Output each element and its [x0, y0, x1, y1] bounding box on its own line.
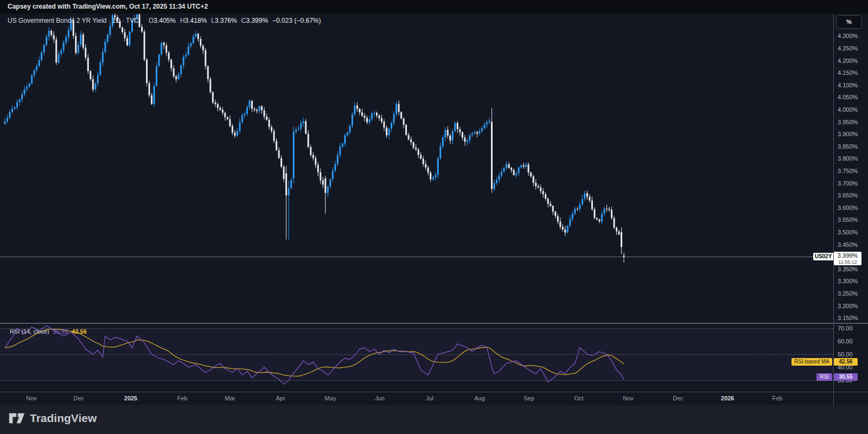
candle-body	[317, 165, 319, 173]
candle-body	[190, 43, 192, 46]
rsi-ma-pill: RSI-based MA	[792, 358, 832, 366]
candle-body	[478, 131, 480, 134]
time-tick-label: Feb	[773, 395, 783, 401]
time-tick-label: Oct	[574, 395, 583, 401]
price-tick-label: 4.100%	[838, 82, 858, 88]
candle-wick	[467, 139, 468, 146]
candle-body	[312, 155, 314, 158]
candle-body	[65, 37, 67, 43]
price-tick-label: 3.500%	[838, 229, 858, 235]
candle-body	[420, 155, 422, 159]
candle-body	[197, 34, 199, 39]
open-value: 3.405%	[154, 17, 176, 24]
candle-body	[535, 183, 537, 186]
candle-body	[508, 164, 510, 168]
candle-body	[180, 66, 182, 74]
candle-body	[122, 28, 123, 32]
candle-body	[146, 60, 148, 83]
rsi-value-pill: 30.55	[834, 373, 858, 381]
candle-body	[129, 31, 131, 45]
symbol-price-flag: US02Y	[813, 253, 833, 260]
candle-body	[452, 131, 454, 141]
candle-body	[175, 76, 177, 80]
rsi-legend[interactable]: RSI (14, close)30.5542.56	[10, 328, 87, 335]
candle-body	[161, 43, 162, 54]
candle-body	[347, 132, 348, 135]
candle-body	[90, 71, 91, 79]
candle-wick	[164, 41, 164, 49]
candle-body	[457, 123, 458, 130]
candle-body	[491, 122, 493, 189]
candle-body	[271, 127, 272, 131]
percent-unit-button[interactable]: %	[836, 15, 862, 29]
legend-separator: ·	[107, 17, 112, 24]
candle-body	[618, 232, 620, 235]
legend-separator: ·	[120, 17, 126, 24]
candle-body	[63, 43, 65, 50]
tradingview-screenshot: Capsey created with TradingView.com, Oct…	[0, 0, 868, 434]
candle-body	[246, 107, 248, 114]
candle-body	[75, 36, 76, 53]
price-scale[interactable]: % 4.300%4.250%4.200%4.150%4.100%4.050%4.…	[834, 14, 868, 323]
candle-body	[530, 173, 532, 176]
candle-body	[557, 216, 559, 221]
candle-body	[276, 141, 277, 150]
candle-body	[55, 40, 57, 63]
candle-body	[435, 175, 436, 177]
candle-body	[354, 106, 355, 114]
candle-body	[609, 209, 610, 210]
candle-body	[227, 117, 228, 119]
candle-body	[523, 165, 525, 167]
candle-body	[525, 164, 527, 167]
symbol-legend[interactable]: US Government Bonds 2 YR Yield·1D·TVCO3.…	[8, 17, 321, 24]
candle-body	[442, 138, 444, 146]
candle-body	[567, 226, 569, 232]
candle-body	[239, 122, 241, 131]
candle-body	[308, 133, 309, 147]
chart-region: US Government Bonds 2 YR Yield·1D·TVCO3.…	[0, 14, 868, 405]
ohlc-values: O3.405%H3.418%L3.376%C3.399%−0.023 (−0.6…	[144, 17, 321, 24]
price-tick-label: 3.300%	[838, 278, 858, 284]
candle-body	[298, 129, 299, 130]
price-pane[interactable]: US Government Bonds 2 YR Yield·1D·TVCO3.…	[0, 14, 833, 323]
candle-body	[300, 123, 302, 129]
candle-body	[554, 212, 556, 216]
price-tick-label: 4.050%	[838, 94, 858, 100]
candle-body	[36, 66, 37, 70]
candle-body	[94, 84, 96, 90]
candle-body	[506, 164, 507, 168]
candle-body	[364, 116, 366, 118]
candle-body	[559, 221, 561, 227]
candle-body	[26, 87, 28, 89]
candle-body	[183, 57, 184, 66]
rsi-legend-value: 30.55	[53, 328, 68, 335]
candle-body	[170, 60, 172, 68]
time-axis[interactable]: NovDec2025FebMarAprMayJunJulAugSepOctNov…	[0, 392, 868, 405]
candle-body	[593, 209, 595, 219]
candle-body	[202, 46, 204, 50]
candle-body	[53, 35, 55, 39]
current-price-value: 3.399%	[834, 252, 861, 259]
price-tick-label: 4.200%	[838, 58, 858, 64]
candle-body	[489, 121, 490, 123]
candle-body	[82, 35, 84, 48]
candle-body	[158, 54, 160, 66]
candle-body	[381, 118, 382, 122]
tradingview-logo[interactable]: TradingView	[9, 412, 97, 425]
open-label: O	[149, 17, 154, 24]
candle-body	[154, 86, 155, 104]
time-tick-label: Dec	[673, 395, 684, 401]
price-tick-label: 3.200%	[838, 303, 858, 309]
candle-body	[229, 119, 231, 126]
price-tick-label: 3.850%	[838, 143, 858, 150]
candle-body	[569, 219, 571, 226]
candle-body	[290, 180, 292, 188]
candle-body	[572, 214, 573, 219]
close-value: 3.399%	[246, 17, 268, 24]
candle-body	[85, 48, 86, 58]
rsi-pane[interactable]: RSI (14, close)30.5542.56	[0, 324, 833, 392]
candle-body	[278, 150, 280, 158]
candle-wick	[624, 252, 624, 263]
candle-body	[80, 35, 81, 45]
time-tick-label: Mar	[225, 395, 235, 401]
